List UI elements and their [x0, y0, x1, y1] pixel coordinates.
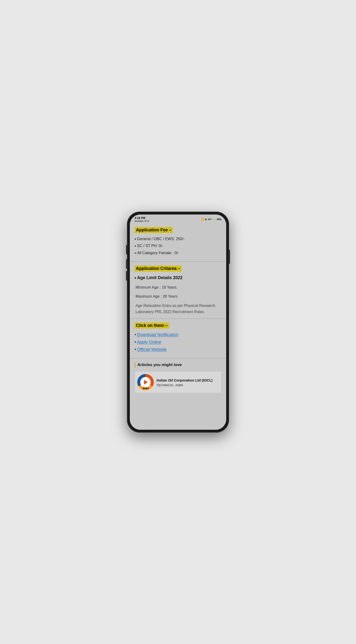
- download-notification-link[interactable]: Download Notification: [137, 332, 178, 337]
- articles-heading: Articles you might love: [135, 362, 221, 368]
- phone-frame: 4:19 PM 35.0KB/s ⏱ ▮▮ 📶 ★ 4G+ 🔋 44% Appl…: [127, 212, 229, 432]
- iocl-hindi-text: इंडि◕ल: [143, 387, 149, 390]
- age-relaxation: Age Relaxation Extra as per Physical Res…: [135, 303, 221, 315]
- official-website-link[interactable]: Official Website: [137, 347, 166, 352]
- apply-online-item: Apply Online: [135, 340, 221, 345]
- article-card-iocl[interactable]: इंडि◕ल Indian Oil Corporation Ltd (IOCL)…: [135, 371, 221, 393]
- play-icon: [144, 380, 148, 384]
- content-body: Application Fee – General / OBC / EWS: 2…: [130, 223, 226, 397]
- content-scroll[interactable]: Application Fee – General / OBC / EWS: 2…: [130, 223, 226, 430]
- application-fee-title: Application Fee –: [135, 227, 173, 233]
- fee-item-female: All Category Female : 0/-: [135, 251, 221, 256]
- download-notification-item: Download Notification: [135, 332, 221, 337]
- fee-item-sc: SC / ST PH: 0/-: [135, 244, 221, 249]
- status-left: 4:19 PM 35.0KB/s ⏱ ▮▮: [135, 216, 149, 222]
- fee-item-general: General / OBC / EWS: 250/-: [135, 237, 221, 242]
- battery-percent: 44%: [217, 218, 221, 221]
- article-logo-iocl: इंडि◕ल: [137, 374, 154, 390]
- article-title: Indian Oil Corporation Ltd (IOCL): [157, 378, 219, 383]
- articles-heading-bar: [135, 362, 135, 368]
- articles-section: Articles you might love इंडि◕ल: [130, 358, 226, 397]
- click-section-title: Click on them –: [135, 322, 169, 328]
- official-website-item: Official Website: [135, 347, 221, 352]
- apply-online-link[interactable]: Apply Online: [137, 340, 161, 345]
- bluetooth-icon: ★: [205, 218, 207, 221]
- battery-icon: 🔋: [213, 218, 216, 221]
- article-tag: TECHNICAL JOBS: [157, 384, 219, 387]
- max-age: Maximum Age : 28 Years: [135, 294, 221, 299]
- signal-icon: 4G+: [208, 218, 212, 220]
- status-bar: 4:19 PM 35.0KB/s ⏱ ▮▮ 📶 ★ 4G+ 🔋 44%: [130, 214, 226, 223]
- article-text: Indian Oil Corporation Ltd (IOCL) TECHNI…: [157, 378, 219, 387]
- status-time: 4:19 PM: [135, 216, 149, 220]
- articles-heading-text: Articles you might love: [137, 362, 182, 367]
- wifi-icon: 📶: [201, 218, 204, 221]
- click-section: Click on them – Download Notification Ap…: [130, 319, 226, 358]
- phone-screen: 4:19 PM 35.0KB/s ⏱ ▮▮ 📶 ★ 4G+ 🔋 44% Appl…: [130, 214, 226, 430]
- application-fee-section: Application Fee – General / OBC / EWS: 2…: [130, 223, 226, 262]
- age-limit-heading: Age Limit Details 2022: [135, 275, 221, 281]
- status-right: 📶 ★ 4G+ 🔋 44%: [201, 218, 221, 221]
- application-criteria-section: Application Critarea – Age Limit Details…: [130, 262, 226, 319]
- status-speed: 35.0KB/s ⏱ ▮▮: [135, 220, 149, 222]
- min-age: Minimum Age : 18 Years.: [135, 284, 221, 290]
- application-criteria-title: Application Critarea –: [135, 266, 182, 272]
